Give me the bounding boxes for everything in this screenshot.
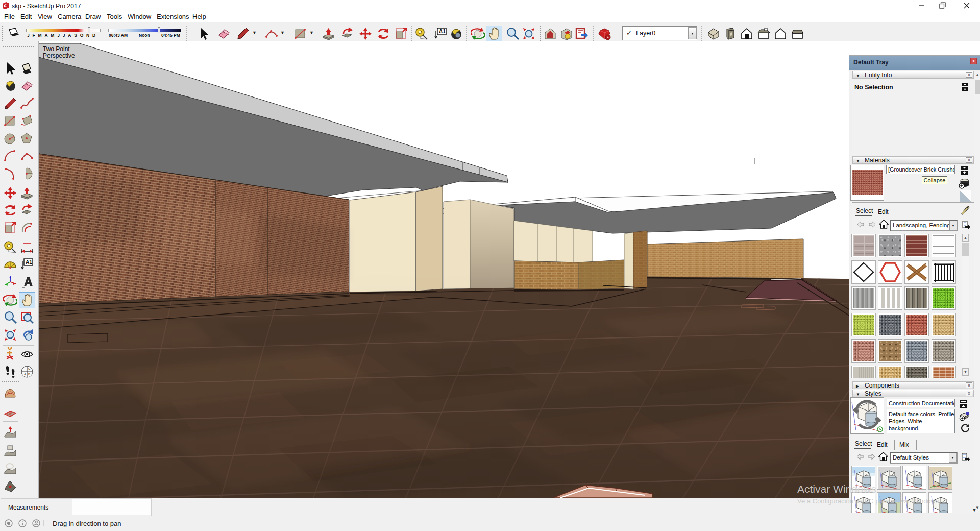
svg-text:A: A bbox=[24, 373, 26, 376]
svg-text:B: B bbox=[28, 373, 30, 376]
svg-text:C: C bbox=[28, 367, 31, 370]
svg-text:A1: A1 bbox=[26, 259, 32, 265]
svg-text:A1: A1 bbox=[439, 29, 446, 34]
